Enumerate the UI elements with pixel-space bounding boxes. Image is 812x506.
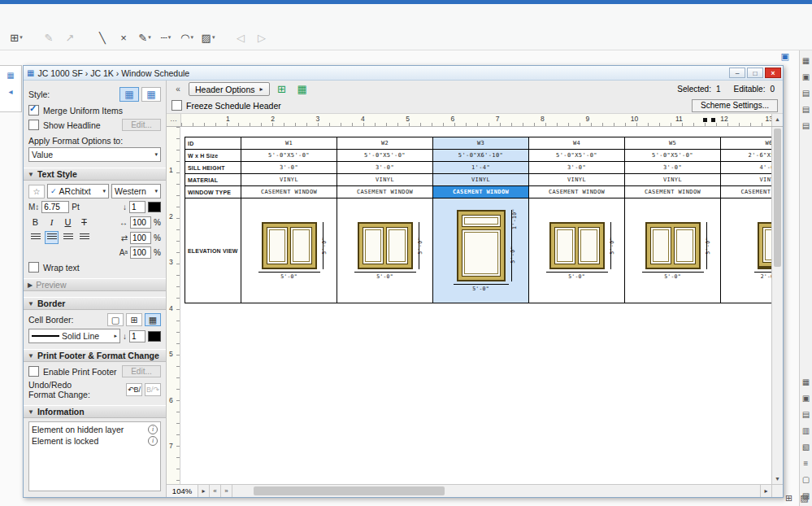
schedule-cell-sill-W1[interactable]: 3'-0": [241, 162, 337, 173]
schedule-cell-material-W3[interactable]: VINYL: [433, 174, 529, 185]
list-palette-icon[interactable]: ≡: [801, 458, 812, 469]
show-headline-checkbox[interactable]: Show Headline: [28, 120, 101, 130]
undo-format-button[interactable]: ↶B/: [126, 383, 142, 396]
favorite-star-button[interactable]: ☆: [28, 185, 45, 198]
info-icon[interactable]: i: [148, 425, 158, 434]
zoom-level[interactable]: 104%: [167, 485, 198, 497]
bold-button[interactable]: B: [28, 216, 42, 229]
palette-collapse-icon[interactable]: ◂: [4, 85, 17, 97]
border-inner-button[interactable]: ⊞: [126, 313, 142, 326]
border-color-swatch[interactable]: [148, 331, 161, 342]
superscript-scale-input[interactable]: [130, 246, 151, 259]
schedule-cell-type-W6[interactable]: CASEMENT WINDOW: [721, 186, 771, 198]
fit-left-button[interactable]: «: [210, 485, 221, 497]
vertical-scrollbar-thumb[interactable]: [774, 129, 781, 267]
schedule-cell-type-W1[interactable]: CASEMENT WINDOW: [241, 186, 337, 198]
view-palette-icon[interactable]: ▣: [801, 393, 812, 403]
schedule-cell-material-W4[interactable]: VINYL: [529, 174, 625, 185]
layout-palette-icon[interactable]: ▢: [801, 474, 812, 485]
merge-cells-icon[interactable]: ⊞: [274, 82, 290, 96]
align-left-button[interactable]: [28, 231, 42, 244]
document-palette-icon-2[interactable]: ▤: [801, 104, 812, 115]
schedule-cell-id-W6[interactable]: W6: [721, 137, 771, 149]
width-scale-input[interactable]: [130, 216, 151, 229]
document-palette-icon-1[interactable]: ▤: [801, 88, 812, 98]
detail-palette-icon[interactable]: ▥: [801, 425, 812, 436]
organizer-palette-icon[interactable]: ▦: [801, 55, 812, 66]
section-information[interactable]: ▼ Information: [24, 405, 166, 418]
spacing-scale-input[interactable]: [130, 232, 151, 244]
ruler-vertical[interactable]: 1234567: [167, 127, 180, 484]
schedule-cell-size-W1[interactable]: 5'-0"X5'-0": [241, 150, 337, 161]
tab-stop-marker[interactable]: [703, 118, 707, 122]
marker-tool-button[interactable]: ✎▾: [135, 28, 154, 46]
section-border[interactable]: ▼ Border: [24, 297, 166, 310]
font-size-input[interactable]: [41, 201, 69, 213]
schedule-cell-type-W4[interactable]: CASEMENT WINDOW: [529, 186, 625, 198]
document-palette-icon-3[interactable]: ▤: [801, 120, 812, 131]
horizontal-scrollbar-track[interactable]: [232, 485, 760, 497]
schedule-cell-sill-W4[interactable]: 3'-0": [529, 162, 625, 173]
vertical-scrollbar[interactable]: ▼: [771, 127, 783, 484]
schedule-cell-size-W2[interactable]: 5'-0"X5'-0": [337, 150, 433, 161]
style-grid-view-button[interactable]: ▦: [119, 87, 139, 102]
align-center-button[interactable]: [45, 231, 59, 244]
font-script-dropdown[interactable]: Western ▾: [111, 184, 161, 198]
scroll-right-button[interactable]: ▸: [760, 485, 771, 497]
schedule-cell-sill-W5[interactable]: 3'-0": [625, 162, 721, 173]
schedule-cell-material-W5[interactable]: VINYL: [625, 174, 721, 185]
enable-print-footer-checkbox[interactable]: Enable Print Footer: [28, 366, 116, 377]
float-palette-icon[interactable]: ▣: [776, 50, 794, 63]
section-palette-icon[interactable]: ▤: [801, 409, 812, 420]
schedule-cell-size-W6[interactable]: 2'-6"X5'-0": [721, 150, 771, 161]
scheme-settings-button[interactable]: Scheme Settings...: [692, 99, 778, 112]
strikethrough-button[interactable]: T: [77, 216, 91, 229]
italic-button[interactable]: I: [45, 216, 59, 229]
close-button[interactable]: ×: [765, 68, 781, 78]
schedule-cell-material-W2[interactable]: VINYL: [337, 174, 433, 185]
schedule-cell-sill-W3[interactable]: 1'-4": [433, 162, 529, 173]
schedule-cell-id-W2[interactable]: W2: [337, 137, 433, 149]
text-color-swatch[interactable]: [148, 202, 161, 212]
schedule-cell-type-W5[interactable]: CASEMENT WINDOW: [625, 186, 721, 198]
align-justify-button[interactable]: [77, 231, 91, 244]
schedule-cell-material-W6[interactable]: VINYL: [721, 174, 771, 185]
pin-palette-icon[interactable]: ▣: [801, 72, 812, 82]
apply-format-dropdown[interactable]: Value ▾: [28, 147, 161, 162]
font-name-dropdown[interactable]: ✓ ARchitxt ▾: [47, 184, 109, 198]
text-pen-input[interactable]: [129, 201, 145, 213]
section-preview[interactable]: ▶ Preview: [24, 278, 166, 291]
schedule-cell-elevation-W1[interactable]: 5'-0"5'-0": [241, 198, 337, 303]
split-line-tool-button[interactable]: ╲: [93, 28, 112, 46]
merge-uniform-items-checkbox[interactable]: Merge Uniform Items: [28, 105, 161, 116]
schedule-cell-type-W3[interactable]: CASEMENT WINDOW: [433, 186, 529, 198]
wrap-text-checkbox[interactable]: Wrap text: [28, 262, 161, 273]
schedule-cell-elevation-W4[interactable]: 5'-0"5'-0": [529, 198, 625, 303]
schedule-cell-elevation-W6[interactable]: 2'-6": [721, 198, 771, 303]
fillet-tool-button[interactable]: ◠▾: [177, 28, 197, 46]
tab-stop-marker[interactable]: [711, 118, 715, 122]
scroll-up-button[interactable]: ▲: [771, 114, 783, 126]
schedule-cell-id-W4[interactable]: W4: [529, 137, 625, 149]
scroll-down-button[interactable]: ▼: [772, 473, 783, 484]
schedule-cell-id-W3[interactable]: W3: [433, 137, 529, 149]
schedule-cell-sill-W2[interactable]: 3'-0": [337, 162, 433, 173]
line-type-dropdown[interactable]: Solid Line ▸: [28, 329, 120, 343]
ruler-options-button[interactable]: …: [167, 114, 181, 126]
section-text-style[interactable]: ▼ Text Style: [24, 168, 166, 181]
style-list-view-button[interactable]: ▦: [141, 87, 161, 102]
schedule-cell-elevation-W3[interactable]: 5'-0"1'-10"5'-0": [433, 198, 529, 303]
schedule-cell-elevation-W5[interactable]: 5'-0"5'-0": [625, 198, 721, 303]
vertical-scrollbar-track[interactable]: [772, 127, 783, 473]
zoom-menu-button[interactable]: ▸: [198, 485, 210, 497]
schedule-cell-material-W1[interactable]: VINYL: [241, 174, 337, 185]
align-right-button[interactable]: [61, 231, 75, 244]
quick-options-icon[interactable]: ⊞: [783, 492, 795, 504]
dash-style-tool-button[interactable]: ┄▾: [156, 28, 176, 46]
intersect-tool-button[interactable]: ×: [114, 28, 133, 46]
schedule-cell-sill-W6[interactable]: 4'-6": [721, 162, 771, 173]
freeze-schedule-header-checkbox[interactable]: Freeze Schedule Header: [172, 100, 281, 111]
schedule-cell-id-W5[interactable]: W5: [625, 137, 721, 149]
favorites-tool-button[interactable]: ⊞▾: [7, 28, 26, 46]
schedule-cell-type-W2[interactable]: CASEMENT WINDOW: [337, 186, 433, 198]
